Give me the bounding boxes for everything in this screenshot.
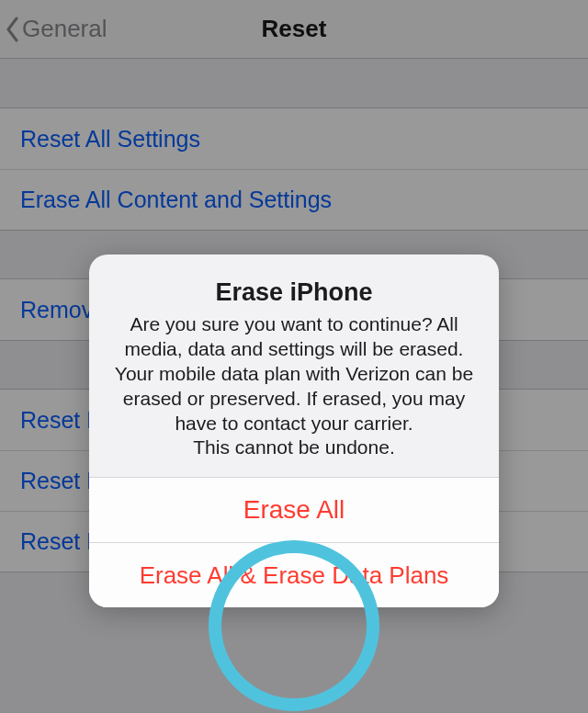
button-label: Erase All & Erase Data Plans xyxy=(140,561,449,590)
erase-all-and-data-plans-button[interactable]: Erase All & Erase Data Plans xyxy=(89,543,499,607)
erase-all-button[interactable]: Erase All xyxy=(89,478,499,542)
alert-title: Erase iPhone xyxy=(109,278,479,307)
erase-iphone-alert: Erase iPhone Are you sure you want to co… xyxy=(89,255,499,607)
alert-body: Erase iPhone Are you sure you want to co… xyxy=(89,255,499,477)
button-label: Erase All xyxy=(243,495,345,525)
alert-message: Are you sure you want to continue? All m… xyxy=(109,312,479,460)
